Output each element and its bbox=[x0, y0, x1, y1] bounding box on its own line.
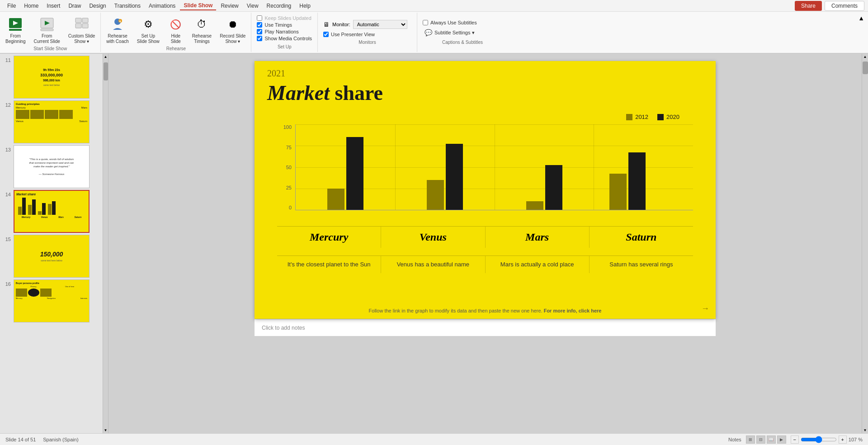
set-up-slide-show-button[interactable]: ⚙ Set UpSlide Show bbox=[133, 14, 163, 46]
slide-thumbnail: "This is a quote, words full of wisdomth… bbox=[14, 145, 90, 188]
slide-panel-scrollbar[interactable]: ▲ ▼ bbox=[103, 54, 108, 433]
svg-text:★: ★ bbox=[119, 20, 121, 23]
rehearse-with-coach-button[interactable]: ★ Rehearsewith Coach bbox=[103, 14, 132, 46]
custom-slideshow-label: Custom SlideShow ▾ bbox=[68, 33, 95, 44]
presenter-view-check[interactable]: Use Presenter View bbox=[323, 32, 411, 37]
mars-bar-2020 bbox=[545, 165, 562, 210]
keep-slides-updated-checkbox[interactable] bbox=[257, 15, 262, 21]
svg-rect-5 bbox=[41, 29, 53, 31]
ribbon-collapse-button[interactable]: ▲ bbox=[854, 13, 868, 24]
right-scrollbar[interactable]: ▲ ▼ bbox=[862, 54, 868, 433]
presenter-view-status-button[interactable]: ▶ bbox=[777, 436, 786, 444]
zoom-in-button[interactable]: + bbox=[839, 436, 847, 444]
keep-slides-updated-check[interactable]: Keep Slides Updated bbox=[257, 15, 312, 21]
ribbon-group-rehearse: ★ Rehearsewith Coach ⚙ Set UpSlide Show … bbox=[101, 13, 251, 52]
show-media-controls-check[interactable]: Show Media Controls bbox=[257, 36, 312, 41]
menu-help[interactable]: Help bbox=[296, 2, 314, 10]
menu-insert[interactable]: Insert bbox=[43, 2, 64, 10]
ribbon-group-captions: Always Use Subtitles 💬 Subtitle Settings… bbox=[417, 13, 508, 52]
rehearse-timings-button[interactable]: ⏱ RehearseTimings bbox=[189, 14, 215, 46]
svg-rect-8 bbox=[75, 24, 81, 28]
venus-desc: Venus has a beautiful name bbox=[381, 256, 485, 273]
footer-link[interactable]: For more info, click here bbox=[544, 308, 602, 313]
zoom-slider[interactable] bbox=[801, 436, 837, 443]
slide-number: 14 bbox=[3, 192, 11, 197]
menu-recording[interactable]: Recording bbox=[263, 2, 295, 10]
notes-placeholder[interactable]: Click to add notes bbox=[262, 325, 305, 331]
zoom-control: − + 107 % bbox=[791, 436, 863, 444]
slide-footer: Follow the link in the graph to modify i… bbox=[255, 308, 716, 313]
from-beginning-label: FromBeginning bbox=[5, 33, 25, 44]
scroll-thumb[interactable] bbox=[863, 62, 868, 74]
normal-view-button[interactable]: ⊞ bbox=[746, 436, 755, 444]
saturn-desc: Saturn has several rings bbox=[590, 256, 693, 273]
ribbon: FromBeginning FromCurrent Slide Custom S… bbox=[0, 12, 868, 54]
list-item[interactable]: 11 9h 55m 23s333,000,000986,000 km some … bbox=[3, 56, 100, 99]
always-use-subtitles-check[interactable]: Always Use Subtitles bbox=[423, 20, 502, 25]
record-slide-show-button[interactable]: ⏺ Record SlideShow ▾ bbox=[216, 14, 249, 46]
subtitle-settings-button[interactable]: 💬 Subtitle Settings ▾ bbox=[423, 28, 502, 37]
slide-thumbnail: 9h 55m 23s333,000,000986,000 km some tex… bbox=[14, 56, 90, 99]
monitors-group-title: Monitors bbox=[323, 40, 411, 45]
notes-button[interactable]: Notes bbox=[728, 437, 741, 442]
menu-animations[interactable]: Animations bbox=[145, 2, 179, 10]
setup-group-title: Set Up bbox=[257, 44, 312, 49]
planet-desc-row: It's the closest planet to the Sun Venus… bbox=[277, 256, 693, 273]
monitor-select[interactable]: Automatic bbox=[353, 20, 407, 29]
menu-review[interactable]: Review bbox=[217, 2, 242, 10]
venus-bar-2020 bbox=[446, 144, 463, 210]
list-item[interactable]: 12 Guiding principles MercuryMars VenusS… bbox=[3, 100, 100, 143]
always-use-subtitles-checkbox[interactable] bbox=[423, 20, 428, 25]
scroll-up-arrow[interactable]: ▲ bbox=[863, 55, 867, 59]
view-buttons: ⊞ ⊟ 📖 ▶ bbox=[746, 436, 786, 444]
play-narrations-checkbox[interactable] bbox=[257, 29, 262, 34]
slide-number: 15 bbox=[3, 237, 11, 242]
hide-slide-button[interactable]: 🚫 HideSlide bbox=[164, 14, 188, 46]
mercury-desc: It's the closest planet to the Sun bbox=[277, 256, 381, 273]
ribbon-group-start-slideshow: FromBeginning FromCurrent Slide Custom S… bbox=[0, 13, 101, 52]
from-current-label: FromCurrent Slide bbox=[33, 33, 60, 44]
share-button[interactable]: Share bbox=[795, 1, 822, 11]
custom-slide-show-button[interactable]: Custom SlideShow ▾ bbox=[65, 14, 99, 46]
show-media-controls-checkbox[interactable] bbox=[257, 36, 262, 41]
menu-file[interactable]: File bbox=[4, 2, 19, 10]
list-item[interactable]: 15 150,000 some text here below bbox=[3, 235, 100, 278]
scroll-down-arrow[interactable]: ▼ bbox=[863, 428, 867, 432]
use-timings-check[interactable]: Use Timings bbox=[257, 22, 312, 28]
list-item[interactable]: 13 "This is a quote, words full of wisdo… bbox=[3, 145, 100, 188]
notes-area[interactable]: Click to add notes bbox=[255, 319, 716, 336]
menu-home[interactable]: Home bbox=[20, 2, 42, 10]
play-narrations-check[interactable]: Play Narrations bbox=[257, 29, 312, 34]
main-area: 11 9h 55m 23s333,000,000986,000 km some … bbox=[0, 54, 868, 433]
from-current-slide-button[interactable]: FromCurrent Slide bbox=[30, 14, 63, 46]
rehearse-group-title: Rehearse bbox=[166, 46, 186, 52]
hide-slide-label: HideSlide bbox=[171, 33, 181, 44]
slide-sorter-button[interactable]: ⊟ bbox=[756, 436, 765, 444]
comments-button[interactable]: Comments bbox=[825, 1, 864, 11]
main-slide[interactable]: 2021 Market share 2012 2020 bbox=[255, 61, 716, 319]
legend-2012: 2012 bbox=[626, 114, 648, 120]
scrollbar-thumb[interactable] bbox=[104, 62, 108, 80]
venus-name: Venus bbox=[381, 227, 485, 248]
use-timings-checkbox[interactable] bbox=[257, 22, 262, 28]
venus-bar-2012 bbox=[427, 180, 444, 210]
menu-draw[interactable]: Draw bbox=[65, 2, 85, 10]
menu-slideshow[interactable]: Slide Show bbox=[180, 1, 216, 10]
svg-rect-2 bbox=[9, 29, 22, 31]
list-item[interactable]: 16 Buyer persona profile Privacy Use of … bbox=[3, 279, 100, 322]
monitor-label: Monitor: bbox=[332, 22, 350, 27]
reading-view-button[interactable]: 📖 bbox=[767, 436, 776, 444]
menu-view[interactable]: View bbox=[243, 2, 262, 10]
saturn-name: Saturn bbox=[590, 227, 693, 248]
from-beginning-button[interactable]: FromBeginning bbox=[2, 14, 29, 46]
mars-name: Mars bbox=[486, 227, 590, 248]
record-show-label: Record SlideShow ▾ bbox=[220, 33, 245, 44]
slide-panel: 11 9h 55m 23s333,000,000986,000 km some … bbox=[0, 54, 103, 433]
menu-design[interactable]: Design bbox=[85, 2, 109, 10]
mercury-name: Mercury bbox=[277, 227, 381, 248]
menu-transitions[interactable]: Transitions bbox=[111, 2, 144, 10]
presenter-view-checkbox[interactable] bbox=[323, 32, 329, 37]
list-item[interactable]: 14 Market share MercuryVenusMarsSaturn bbox=[3, 190, 100, 233]
slide-number: 12 bbox=[3, 102, 11, 108]
zoom-out-button[interactable]: − bbox=[791, 436, 799, 444]
